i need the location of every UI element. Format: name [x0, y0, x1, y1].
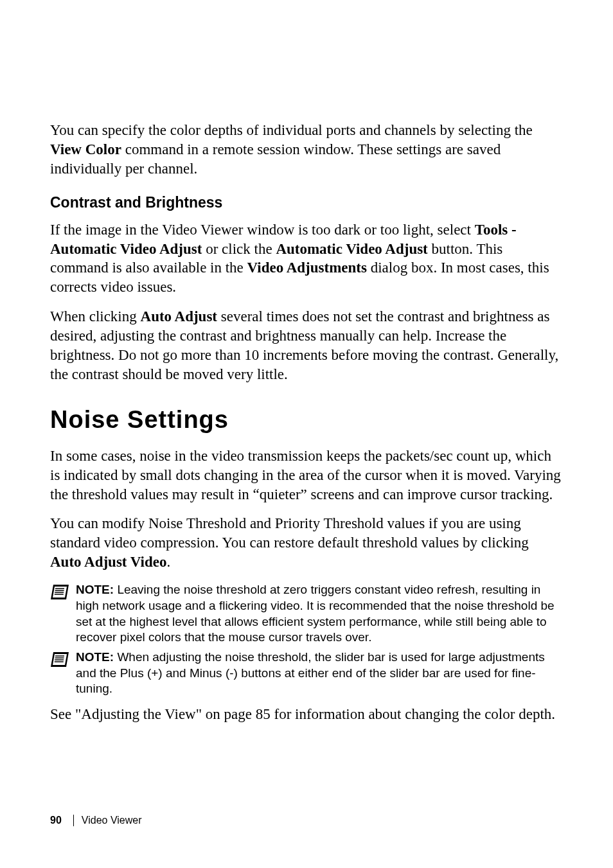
term-view-color: View Color	[50, 141, 121, 157]
paragraph-see-also: See "Adjusting the View" on page 85 for …	[50, 705, 563, 724]
note-text-2: NOTE: When adjusting the noise threshold…	[76, 650, 563, 697]
term-auto-adjust: Auto Adjust	[141, 308, 218, 324]
text: .	[166, 554, 170, 570]
note-icon	[50, 651, 69, 668]
note-block-2: NOTE: When adjusting the noise threshold…	[50, 650, 563, 697]
note-label: NOTE:	[76, 583, 114, 596]
footer-page-number: 90	[50, 815, 62, 826]
note-label: NOTE:	[76, 650, 114, 664]
text: Leaving the noise threshold at zero trig…	[76, 583, 555, 644]
text: When clicking	[50, 308, 141, 324]
text: If the image in the Video Viewer window …	[50, 222, 475, 238]
page-footer: 90Video Viewer	[50, 815, 142, 826]
note-text-1: NOTE: Leaving the noise threshold at zer…	[76, 582, 563, 646]
term-video-adjustments: Video Adjustments	[247, 260, 367, 276]
term-auto-video-adjust: Automatic Video Adjust	[276, 241, 427, 257]
text: When adjusting the noise threshold, the …	[76, 650, 545, 695]
paragraph-color-depth: You can specify the color depths of indi…	[50, 121, 563, 179]
note-block-1: NOTE: Leaving the noise threshold at zer…	[50, 582, 563, 646]
text: or click the	[202, 241, 276, 257]
text: You can specify the color depths of indi…	[50, 122, 533, 138]
text: You can modify Noise Threshold and Prior…	[50, 515, 529, 551]
term-auto-adjust-video: Auto Adjust Video	[50, 554, 166, 570]
footer-separator	[73, 815, 74, 826]
paragraph-noise-threshold: You can modify Noise Threshold and Prior…	[50, 514, 563, 572]
paragraph-noise-intro: In some cases, noise in the video transm…	[50, 447, 563, 504]
paragraph-auto-adjust: When clicking Auto Adjust several times …	[50, 307, 563, 384]
paragraph-video-adjust: If the image in the Video Viewer window …	[50, 220, 563, 297]
footer-section-title: Video Viewer	[82, 815, 142, 826]
document-page: You can specify the color depths of indi…	[0, 0, 613, 868]
note-icon	[50, 583, 69, 600]
heading-noise-settings: Noise Settings	[50, 406, 563, 434]
heading-contrast-brightness: Contrast and Brightness	[50, 194, 563, 211]
